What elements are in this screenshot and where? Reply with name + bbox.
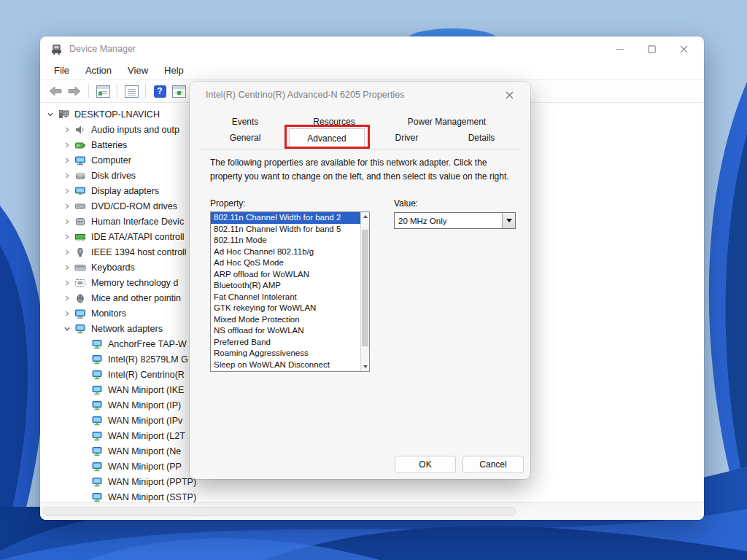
chevron-expanded-icon[interactable] — [60, 325, 74, 332]
property-list-item[interactable]: Roaming Aggressiveness — [211, 348, 361, 359]
chevron-collapsed-icon[interactable] — [60, 279, 74, 287]
tree-item-label: AnchorFree TAP-W — [108, 339, 187, 349]
horizontal-scrollbar-thumb[interactable] — [43, 507, 516, 516]
property-list-item[interactable]: 802.11n Channel Width for band 2 — [211, 212, 361, 224]
hid-icon — [74, 216, 87, 228]
back-arrow-icon — [49, 86, 62, 96]
show-console-tree-button[interactable] — [93, 82, 112, 100]
dialog-titlebar[interactable]: Intel(R) Centrino(R) Advanced-N 6205 Pro… — [190, 82, 530, 108]
console-tree-icon — [96, 85, 110, 98]
menu-help[interactable]: Help — [156, 63, 192, 78]
keyboard-icon — [74, 262, 87, 273]
value-combobox-text: 20 MHz Only — [395, 217, 502, 225]
value-combobox-dropdown-button[interactable] — [502, 213, 515, 228]
properties-button[interactable] — [122, 82, 141, 100]
property-listbox[interactable]: 802.11n Channel Width for band 2802.11n … — [210, 211, 370, 372]
property-list-item[interactable]: GTK rekeying for WoWLAN — [211, 303, 361, 314]
help-button[interactable]: ? — [150, 82, 169, 100]
chevron-collapsed-icon[interactable] — [60, 310, 74, 317]
dialog-close-icon — [506, 91, 514, 99]
tree-item-label: Display adapters — [91, 186, 159, 196]
minimize-button[interactable] — [603, 36, 635, 61]
computer-icon — [74, 155, 87, 166]
network-icon — [74, 323, 87, 335]
tab-general[interactable]: General — [216, 130, 274, 146]
back-button[interactable] — [46, 82, 65, 100]
menu-view[interactable]: View — [120, 63, 156, 78]
firewire-icon — [74, 246, 87, 258]
tree-item-label: WAN Miniport (IKE — [108, 385, 184, 395]
property-list-item[interactable]: 802.11n Channel Width for band 5 — [211, 224, 361, 236]
toolbar-separator — [117, 84, 117, 98]
chevron-collapsed-icon[interactable] — [60, 218, 74, 225]
property-list-item[interactable]: Sleep on WoWLAN Disconnect — [211, 359, 361, 371]
property-list-item[interactable]: Fat Channel Intolerant — [211, 292, 361, 303]
help-icon: ? — [154, 85, 166, 98]
property-list-item[interactable]: ARP offload for WoWLAN — [211, 269, 361, 281]
chevron-collapsed-icon[interactable] — [60, 203, 74, 210]
tree-item-label: DESKTOP-LNAVICH — [74, 109, 160, 120]
chevron-collapsed-icon[interactable] — [60, 233, 74, 241]
forward-button[interactable] — [65, 82, 84, 100]
property-list-item[interactable]: Ad Hoc QoS Mode — [211, 257, 361, 269]
network-icon — [91, 430, 104, 442]
property-list-item[interactable]: Ad Hoc Channel 802.11b/g — [211, 246, 361, 258]
chevron-collapsed-icon[interactable] — [60, 172, 74, 179]
scan-hardware-changes-button[interactable] — [169, 82, 188, 100]
property-list-scrollbar-thumb[interactable] — [362, 230, 368, 346]
mouse-icon — [74, 292, 87, 304]
tree-item-label: Monitors — [91, 308, 126, 319]
tab-details[interactable]: Details — [452, 130, 511, 146]
property-list-item[interactable]: NS offload for WoWLAN — [211, 325, 361, 337]
chevron-collapsed-icon[interactable] — [60, 126, 74, 133]
maximize-icon — [648, 45, 656, 53]
property-list-item[interactable]: 802.11n Mode — [211, 235, 361, 246]
titlebar[interactable]: Device Manager — [40, 36, 704, 61]
network-icon — [91, 415, 104, 427]
scroll-down-arrow-icon[interactable] — [361, 362, 369, 371]
tab-power-management[interactable]: Power Management — [390, 114, 503, 130]
property-list-scrollbar[interactable] — [360, 212, 369, 371]
tree-item-label: IEEE 1394 host controll — [91, 247, 187, 257]
ok-button[interactable]: OK — [395, 456, 456, 473]
network-icon — [91, 354, 104, 365]
scroll-up-arrow-icon[interactable] — [361, 212, 369, 221]
battery-icon — [74, 139, 87, 151]
chevron-collapsed-icon[interactable] — [60, 157, 74, 164]
tab-events[interactable]: Events — [216, 114, 274, 130]
value-combobox[interactable]: 20 MHz Only — [394, 212, 516, 229]
red-annotation-box — [285, 125, 370, 149]
dvd-icon — [74, 201, 87, 212]
chevron-collapsed-icon[interactable] — [60, 187, 74, 195]
dialog-close-button[interactable] — [498, 85, 520, 104]
chevron-collapsed-icon[interactable] — [60, 141, 74, 149]
display-icon — [74, 185, 87, 197]
chevron-collapsed-icon[interactable] — [60, 264, 74, 271]
tree-item-label: Computer — [91, 155, 131, 166]
cancel-button[interactable]: Cancel — [462, 456, 524, 473]
tree-item-label: WAN Miniport (SSTP) — [108, 492, 196, 502]
property-list-item[interactable]: Preferred Band — [211, 337, 361, 349]
property-list-item[interactable]: Mixed Mode Protection — [211, 314, 361, 326]
tree-item-label: WAN Miniport (IPv — [108, 416, 182, 426]
chevron-collapsed-icon[interactable] — [60, 295, 74, 302]
tree-item-label: IDE ATA/ATAPI controll — [91, 232, 185, 242]
tree-item-label: WAN Miniport (PPTP) — [108, 477, 196, 487]
tab-driver[interactable]: Driver — [379, 130, 434, 146]
minimize-icon — [616, 45, 624, 53]
chevron-collapsed-icon[interactable] — [60, 249, 74, 256]
close-button[interactable] — [667, 36, 700, 61]
network-icon — [91, 369, 104, 381]
menu-action[interactable]: Action — [77, 63, 120, 78]
tree-item-label: Batteries — [91, 140, 127, 150]
advanced-tab-description: The following properties are available f… — [210, 156, 511, 183]
tree-item-label: Keyboards — [91, 262, 135, 273]
chevron-expanded-icon[interactable] — [43, 111, 58, 118]
property-list-item[interactable]: Bluetooth(R) AMP — [211, 280, 361, 292]
tab-pane-divider — [198, 149, 522, 149]
ide-icon — [74, 231, 87, 243]
toolbar-separator — [145, 84, 146, 98]
maximize-button[interactable] — [635, 36, 667, 61]
menu-file[interactable]: File — [46, 63, 77, 78]
horizontal-scrollbar[interactable] — [40, 502, 704, 520]
